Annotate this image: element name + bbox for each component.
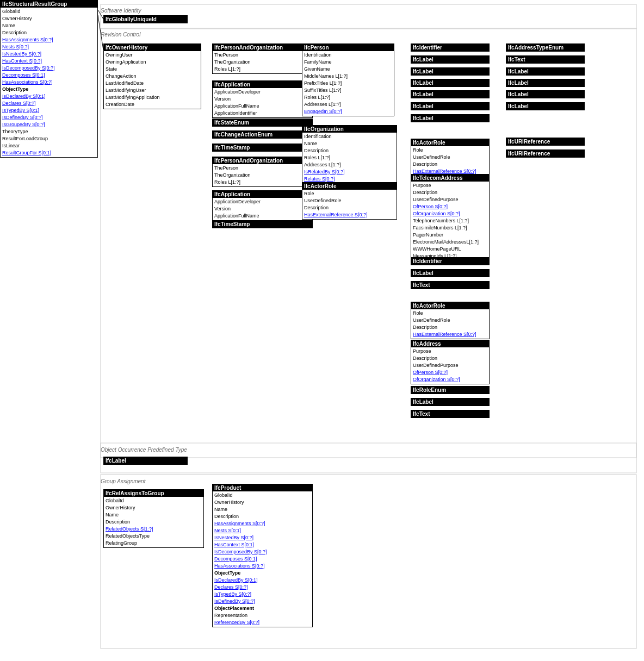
attr-row-ifcApplication1-1: Version xyxy=(214,96,311,103)
attr-row-ifcStructuralResultGroup-0: GlobalId xyxy=(2,8,96,15)
attr-row-ifcStructuralResultGroup-11: ObjectType xyxy=(2,86,96,93)
box-header-ifcLabel8: IfcLabel xyxy=(411,398,489,406)
attr-row-ifcStructuralResultGroup-19: IsLinear xyxy=(2,142,96,149)
attr-row-ifcProduct-5: Nests S[0:1] xyxy=(214,527,311,534)
attr-row-ifcStructuralResultGroup-12: IsDeclaredBy S[0:1] xyxy=(2,93,96,100)
attr-row-ifcActorRole2-0: Role xyxy=(413,147,487,154)
uml-box-ifcApplication1: IfcApplicationApplicationDeveloperVersio… xyxy=(212,80,313,118)
box-header-ifcLabel2: IfcLabel xyxy=(411,68,489,75)
attr-row-ifcProduct-9: Decomposes S[0:1] xyxy=(214,556,311,563)
uml-box-ifcTimeStamp2: IfcTimeStamp xyxy=(212,220,313,228)
attr-row-ifcAddress-3: OfPerson S[0:?] xyxy=(413,369,487,376)
box-body-ifcStructuralResultGroup: GlobalIdOwnerHistoryNameDescriptionHasAs… xyxy=(1,8,97,157)
box-header-ifcPersonAndOrganization1: IfcPersonAndOrganization xyxy=(213,44,312,51)
box-body-ifcApplication1: ApplicationDeveloperVersionApplicationFu… xyxy=(213,88,312,117)
box-header-ifcLabel4: IfcLabel xyxy=(411,91,489,98)
box-header-ifcGloballyUniqueId: IfcGloballyUniqueId xyxy=(104,16,187,23)
attr-row-ifcActorRole1-0: Role xyxy=(304,190,395,197)
attr-row-ifcTelecomAddress-7: PagerNumber xyxy=(413,232,487,239)
attr-row-ifcOwnerHistory-7: CreationDate xyxy=(106,101,199,108)
attr-row-ifcPersonAndOrganization2-2: Roles L[1:?] xyxy=(214,179,311,186)
attr-row-ifcPerson-4: PrefixTitles L[1:?] xyxy=(304,80,392,87)
attr-row-ifcOwnerHistory-1: OwningApplication xyxy=(106,59,199,66)
attr-row-ifcAddress-0: Purpose xyxy=(413,348,487,355)
attr-row-ifcStructuralResultGroup-14: IsTypedBy S[0:1] xyxy=(2,107,96,114)
attr-row-ifcPerson-8: EngagedIn S[0:?] xyxy=(304,108,392,115)
box-header-ifcLabel11: IfcLabel xyxy=(506,91,584,98)
attr-row-ifcOrganization-0: Identification xyxy=(304,133,395,140)
uml-box-ifcLabel1: IfcLabel xyxy=(411,55,490,64)
uml-box-ifcText3: IfcText xyxy=(506,55,585,64)
attr-row-ifcRelAssignsToGroup-2: Name xyxy=(106,512,202,519)
uml-box-ifcPersonAndOrganization2: IfcPersonAndOrganizationThePersonTheOrga… xyxy=(212,157,313,187)
box-header-ifcLabel5: IfcLabel xyxy=(411,103,489,110)
uml-box-ifcLabel5: IfcLabel xyxy=(411,102,490,110)
box-header-ifcTimeStamp1: IfcTimeStamp xyxy=(213,144,312,151)
attr-row-ifcStructuralResultGroup-10: HasAssociations S[0:?] xyxy=(2,79,96,86)
box-header-ifcPerson: IfcPerson xyxy=(302,44,394,51)
attr-row-ifcAddress-1: Description xyxy=(413,355,487,362)
attr-row-ifcPersonAndOrganization1-0: ThePerson xyxy=(214,52,311,59)
attr-row-ifcStructuralResultGroup-7: HasContext S[0:?] xyxy=(2,58,96,65)
uml-box-ifcOwnerHistory: IfcOwnerHistoryOwningUserOwningApplicati… xyxy=(103,43,201,109)
attr-row-ifcApplication1-0: ApplicationDeveloper xyxy=(214,89,311,96)
attr-row-ifcPerson-5: SuffixTitles L[1:?] xyxy=(304,87,392,94)
attr-row-ifcProduct-0: GlobalId xyxy=(214,492,311,499)
attr-row-ifcTelecomAddress-2: UserDefinedPurpose xyxy=(413,196,487,203)
box-body-ifcPerson: IdentificationFamilyNameGivenNameMiddleN… xyxy=(302,51,394,116)
attr-row-ifcTelecomAddress-0: Purpose xyxy=(413,182,487,189)
box-header-ifcChangeActionEnum: IfcChangeActionEnum xyxy=(213,131,312,138)
attr-row-ifcOwnerHistory-3: ChangeAction xyxy=(106,73,199,80)
uml-box-ifcLabel6: IfcLabel xyxy=(411,114,490,122)
box-header-ifcAddress: IfcAddress xyxy=(411,340,489,347)
attr-row-ifcRelAssignsToGroup-3: Description xyxy=(106,519,202,526)
uml-box-ifcPersonAndOrganization1: IfcPersonAndOrganizationThePersonTheOrga… xyxy=(212,43,313,74)
attr-row-ifcStructuralResultGroup-16: IsGroupedBy S[0:?] xyxy=(2,121,96,128)
box-body-ifcActorRole1: RoleUserDefinedRoleDescriptionHasExterna… xyxy=(302,190,397,219)
box-header-ifcOwnerHistory: IfcOwnerHistory xyxy=(104,44,201,51)
uml-box-ifcIdentifier1: IfcIdentifier xyxy=(411,43,490,52)
section-label-3: Group Assignment xyxy=(101,478,145,484)
box-header-ifcLabel6: IfcLabel xyxy=(411,115,489,122)
box-header-ifcURIReference2: IfcURIReference xyxy=(506,150,584,157)
box-header-ifcLabel3: IfcLabel xyxy=(411,79,489,86)
box-body-ifcTelecomAddress: PurposeDescriptionUserDefinedPurposeOfPe… xyxy=(411,182,489,260)
uml-box-ifcText1: IfcText xyxy=(411,281,490,289)
attr-row-ifcTelecomAddress-6: FacsimileNumbers L[1:?] xyxy=(413,225,487,232)
box-body-ifcProduct: GlobalIdOwnerHistoryNameDescriptionHasAs… xyxy=(213,491,312,627)
attr-row-ifcOrganization-2: Description xyxy=(304,147,395,154)
attr-row-ifcPerson-7: Addresses L[1:?] xyxy=(304,101,392,108)
attr-row-ifcProduct-14: IsTypedBy S[0:?] xyxy=(214,591,311,598)
box-header-ifcProduct: IfcProduct xyxy=(213,484,312,491)
attr-row-ifcProduct-10: HasAssociations S[0:?] xyxy=(214,563,311,570)
attr-row-ifcActorRole3-0: Role xyxy=(413,310,487,317)
uml-box-ifcActorRole3: IfcActorRoleRoleUserDefinedRoleDescripti… xyxy=(411,302,490,339)
attr-row-ifcActorRole1-2: Description xyxy=(304,204,395,211)
box-header-ifcStructuralResultGroup: IfcStructuralResultGroup xyxy=(1,1,97,8)
box-header-ifcActorRole2: IfcActorRole xyxy=(411,139,489,146)
attr-row-ifcProduct-4: HasAssignments S[0:?] xyxy=(214,520,311,527)
attr-row-ifcApplication1-2: ApplicationFullName xyxy=(214,103,311,110)
box-header-ifcActorRole3: IfcActorRole xyxy=(411,302,489,309)
attr-row-ifcProduct-7: HasContext S[0:1] xyxy=(214,541,311,548)
box-body-ifcActorRole2: RoleUserDefinedRoleDescriptionHasExterna… xyxy=(411,146,489,176)
box-body-ifcAddress: PurposeDescriptionUserDefinedPurposeOfPe… xyxy=(411,347,489,384)
box-header-ifcText1: IfcText xyxy=(411,282,489,289)
uml-box-ifcLabel8: IfcLabel xyxy=(411,398,490,406)
uml-box-ifcStructuralResultGroup: IfcStructuralResultGroupGlobalIdOwnerHis… xyxy=(0,0,98,158)
uml-box-ifcProduct: IfcProductGlobalIdOwnerHistoryNameDescri… xyxy=(212,484,313,627)
attr-row-ifcTelecomAddress-5: TelephoneNumbers L[1:?] xyxy=(413,217,487,225)
attr-row-ifcApplication2-0: ApplicationDeveloper xyxy=(214,198,311,205)
attr-row-ifcRelAssignsToGroup-1: OwnerHistory xyxy=(106,504,202,512)
attr-row-ifcTelecomAddress-1: Description xyxy=(413,189,487,196)
attr-row-ifcTelecomAddress-3: OfPerson S[0:?] xyxy=(413,203,487,210)
section-label-2: Object Occurrence Predefined Type xyxy=(101,447,187,453)
attr-row-ifcProduct-13: Declares S[0:?] xyxy=(214,584,311,591)
uml-box-ifcLabel3: IfcLabel xyxy=(411,79,490,87)
box-header-ifcRelAssignsToGroup: IfcRelAssignsToGroup xyxy=(104,490,203,497)
uml-box-ifcActorRole1: IfcActorRoleRoleUserDefinedRoleDescripti… xyxy=(302,182,397,220)
attr-row-ifcTelecomAddress-9: WWWHomePageURL xyxy=(413,246,487,253)
attr-row-ifcTelecomAddress-8: ElectronicMailAddressesL[1:?] xyxy=(413,239,487,246)
uml-box-ifcTelecomAddress: IfcTelecomAddressPurposeDescriptionUserD… xyxy=(411,174,490,261)
attr-row-ifcApplication2-1: Version xyxy=(214,205,311,213)
